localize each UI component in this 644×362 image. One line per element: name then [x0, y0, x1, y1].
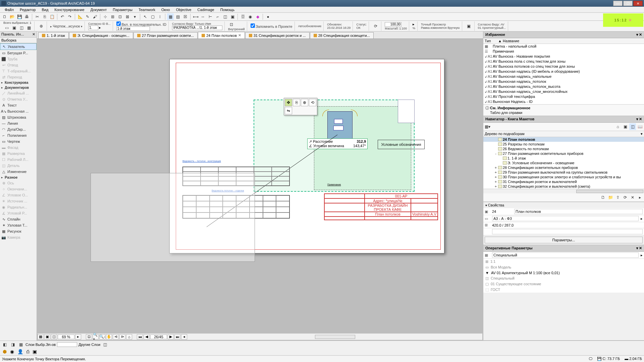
tree-new-icon[interactable]: 🗋 — [600, 194, 606, 201]
tool-Деталь[interactable]: ◫Деталь — [0, 163, 37, 169]
layer-swatch1[interactable] — [57, 342, 77, 347]
menu-файл[interactable]: Файл — [2, 7, 16, 12]
dim1-icon[interactable]: ⟷ — [192, 13, 199, 20]
tree-toggle-icon[interactable]: + — [494, 166, 497, 170]
tool-Указатель[interactable]: ↖Указатель — [0, 43, 37, 50]
tree-up-icon[interactable]: ⇧ — [614, 194, 621, 201]
doc-tab[interactable]: 27 План размещения освети... — [133, 32, 198, 39]
tool-Источник ...[interactable]: ☀Источник ... — [0, 198, 37, 204]
page-input[interactable] — [150, 335, 167, 339]
tree-toggle-icon[interactable]: + — [494, 170, 497, 174]
brush-icon[interactable]: 🖌 — [92, 13, 98, 20]
zin-icon[interactable]: 🔍+ — [93, 334, 99, 340]
dropdown-icon[interactable]: ▾ — [131, 13, 138, 20]
params-button[interactable]: Параметры... — [485, 237, 643, 243]
tool-Развертка[interactable]: ▦Развертка — [0, 150, 37, 157]
page-dd-icon[interactable]: ◂ — [181, 334, 187, 340]
canvas[interactable]: Условные обозначения ↗ Расстояние312,9 ∠… — [37, 39, 483, 341]
pan-icon[interactable]: ✋ — [106, 334, 112, 340]
tool-Окончани...[interactable]: ○Окончани... — [0, 186, 37, 192]
nav-close-icon[interactable]: ✕ — [639, 117, 642, 121]
undo-icon[interactable]: ↶ — [59, 13, 66, 20]
status-icon-2[interactable]: ◉ — [10, 349, 14, 354]
status-icon-5[interactable]: ▣ — [33, 349, 37, 354]
minimize-button[interactable]: — — [613, 1, 623, 6]
copy-icon[interactable]: ⎘ — [41, 13, 48, 20]
op-close-icon[interactable]: ✕ — [639, 246, 642, 250]
tool-Камера[interactable]: 📷Камера — [0, 234, 37, 240]
tool-Переход[interactable]: ⇄Переход — [0, 74, 37, 80]
tool-Линия[interactable]: —Линия — [0, 120, 37, 126]
favorite-row[interactable]: ↙A1AV Выносная надпись_напольные — [483, 74, 644, 79]
ib-btn1[interactable]: ▭ — [3, 24, 10, 31]
tree-toggle-icon[interactable]: + — [494, 184, 497, 188]
prop-format-input[interactable] — [492, 216, 639, 221]
tool-Штриховка[interactable]: ▨Штриховка — [0, 114, 37, 120]
maximize-button[interactable]: ☐ — [623, 1, 633, 6]
snap3-icon[interactable]: ⊡ — [117, 13, 123, 20]
oper-row[interactable]: ⊞1:1 — [483, 259, 644, 264]
fav-close-icon[interactable]: ✕ — [639, 33, 642, 37]
favorite-row[interactable]: ☰Примечания — [483, 49, 644, 54]
tool-Сплайн[interactable]: ∿Сплайн — [0, 216, 37, 222]
menu-cadimage[interactable]: Cadimage — [195, 7, 217, 12]
tool-Текст[interactable]: AТекст — [0, 102, 37, 108]
id-input[interactable] — [88, 25, 98, 30]
nav-v3-icon[interactable]: ◫ — [629, 123, 636, 130]
favorite-row[interactable]: ↙A1AV Выносная надпись_потолок_высота — [483, 84, 644, 89]
tool-Линейный ...[interactable]: ／Линейный ... — [0, 90, 37, 96]
zc-1[interactable]: ▦ — [38, 334, 44, 340]
pet-copy-icon[interactable]: ⎘ — [293, 99, 300, 106]
dim2-icon[interactable]: ↔ — [200, 13, 206, 20]
menu-документ[interactable]: Документ — [88, 7, 110, 12]
tool-Полилиния[interactable]: ⌐Полилиния — [0, 132, 37, 138]
doc-tab[interactable]: Э. Спецификация - освещен... — [69, 32, 133, 39]
tool-group[interactable]: ▸Конструирова — [0, 80, 37, 85]
snap1-icon[interactable]: ⊹ — [102, 13, 109, 20]
tree-row[interactable]: Э. Условные обозначения - освещение — [483, 161, 644, 165]
tree-toggle-icon[interactable]: + — [494, 180, 497, 184]
dim5-icon[interactable]: ◫ — [222, 13, 228, 20]
oper-row[interactable]: ▼AV 01 Архитектурный М 1:100 (все 0,01) — [483, 270, 644, 276]
last-page-icon[interactable]: ⏭ — [174, 334, 180, 340]
tool-Чертеж[interactable]: ▭Чертеж — [0, 138, 37, 144]
prev-zoom-icon[interactable]: ⊲ — [113, 334, 119, 340]
menu-objective[interactable]: Objective — [173, 7, 194, 12]
next-zoom-icon[interactable]: ⊳ — [119, 334, 125, 340]
save-checkbox[interactable] — [251, 23, 255, 28]
op-dd-icon[interactable]: ▾ — [636, 246, 638, 250]
measure-icon[interactable]: 📐 — [77, 13, 84, 20]
menu-помощь[interactable]: Помощь — [218, 7, 237, 12]
dim6-icon[interactable]: ▣ — [229, 13, 236, 20]
print-icon[interactable]: 🖶 — [23, 13, 30, 20]
menu-параметры[interactable]: Параметры — [110, 7, 135, 12]
favorite-row[interactable]: ↙A1AV Выноска пола с спец текстом для зо… — [483, 59, 644, 64]
zc-3[interactable]: ◫ — [51, 334, 57, 340]
prop-name-input[interactable] — [514, 209, 643, 214]
tool-Радиальн...[interactable]: ◉Радиальн... — [0, 204, 37, 210]
tree-row[interactable]: +30 План размещения розеток электро и сл… — [483, 175, 644, 179]
tool-Т-образный...[interactable]: ⊤Т-образный... — [0, 68, 37, 74]
zc-2[interactable]: ▣ — [44, 334, 50, 340]
zoom-input[interactable] — [58, 335, 74, 339]
tool-Рисунок[interactable]: ▦Рисунок — [0, 228, 37, 234]
favorite-row[interactable]: ↙A1AV Выносная надпись_потолок — [483, 79, 644, 84]
zc-dd[interactable]: ▸ — [75, 334, 81, 340]
tree-scrollbar[interactable] — [576, 190, 643, 193]
prop-extra-input[interactable] — [492, 229, 643, 234]
pen-icon[interactable]: ✎ — [84, 13, 91, 20]
size-input[interactable] — [385, 22, 401, 27]
redo-icon[interactable]: ↷ — [66, 13, 73, 20]
grid-off-icon[interactable]: ☒ — [182, 13, 189, 20]
tool-Выносная ...[interactable]: A↘Выносная ... — [0, 108, 37, 114]
tree-refresh-icon[interactable]: ⟳ — [622, 194, 629, 201]
grid-on-icon[interactable]: ▦ — [167, 13, 174, 20]
favorite-row[interactable]: ↙A1AV Выносная надпись (ID мебель и обор… — [483, 69, 644, 74]
pet-palette[interactable]: ✥ ⎘ ⊕ ⟲ ⇋ — [284, 98, 317, 115]
menu-вид[interactable]: Вид — [39, 7, 51, 12]
doc-tab[interactable]: 31 Спецификация розеток и ... — [245, 32, 310, 39]
cursor-icon[interactable]: ↖ — [142, 13, 149, 20]
tool-Отметка У...[interactable]: ⊙Отметка У... — [0, 96, 37, 102]
ib-btn4[interactable]: ▦ — [25, 24, 32, 31]
ib-btn3[interactable]: ◫ — [18, 24, 25, 31]
